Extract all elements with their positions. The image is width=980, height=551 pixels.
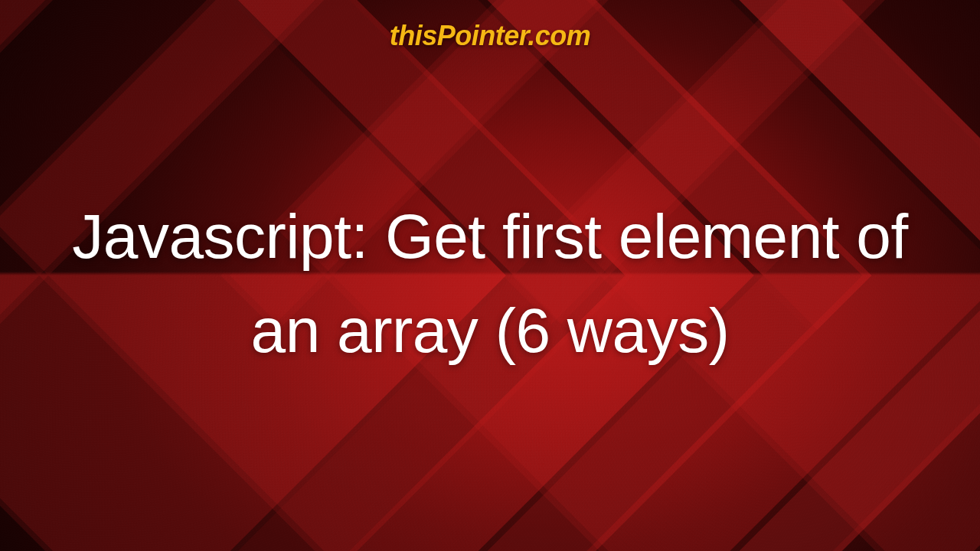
site-brand: thisPointer.com — [390, 20, 591, 52]
article-title: Javascript: Get first element of an arra… — [38, 189, 942, 377]
